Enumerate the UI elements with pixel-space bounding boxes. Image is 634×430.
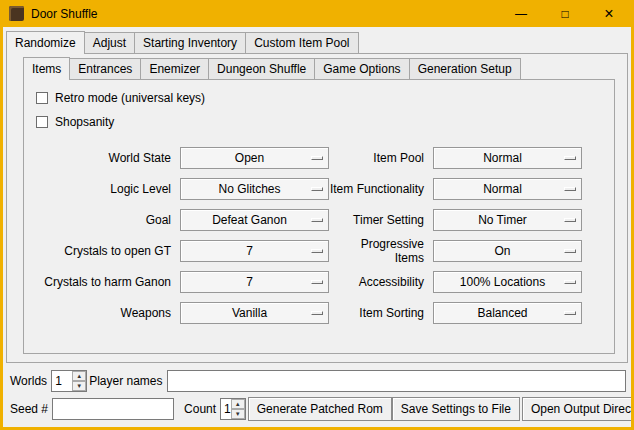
item-functionality-dropdown[interactable]: Normal bbox=[433, 178, 582, 200]
items-content: Retro mode (universal keys) Shopsanity W… bbox=[24, 80, 614, 328]
worlds-spin-down-icon[interactable]: ▼ bbox=[72, 381, 86, 391]
tab-generation-setup[interactable]: Generation Setup bbox=[409, 58, 521, 79]
window-controls: — □ × bbox=[499, 0, 631, 27]
window-title: Door Shuffle bbox=[31, 7, 98, 21]
inner-tab-bar: Items Entrances Enemizer Dungeon Shuffle… bbox=[23, 57, 615, 79]
progressive-items-label: Progressive Items bbox=[329, 237, 433, 265]
shopsanity-checkbox[interactable] bbox=[36, 116, 48, 128]
app-window: Door Shuffle — □ × Randomize Adjust Star… bbox=[0, 0, 634, 430]
dropdown-indicator-icon bbox=[564, 187, 576, 191]
item-pool-dropdown[interactable]: Normal bbox=[433, 147, 582, 169]
goal-label: Goal bbox=[30, 213, 180, 227]
retro-mode-checkbox[interactable] bbox=[36, 92, 48, 104]
seed-label: Seed # bbox=[8, 402, 52, 416]
worlds-label: Worlds bbox=[8, 374, 51, 388]
tab-adjust[interactable]: Adjust bbox=[84, 32, 135, 53]
maximize-button[interactable]: □ bbox=[543, 0, 587, 27]
logic-level-dropdown[interactable]: No Glitches bbox=[180, 178, 329, 200]
titlebar[interactable]: Door Shuffle — □ × bbox=[3, 0, 631, 27]
retro-mode-row: Retro mode (universal keys) bbox=[36, 86, 614, 110]
world-state-label: World State bbox=[30, 151, 180, 165]
generate-patched-rom-button[interactable]: Generate Patched Rom bbox=[248, 397, 392, 421]
left-column: World State Open Logic Level N bbox=[30, 142, 329, 328]
tab-enemizer[interactable]: Enemizer bbox=[140, 58, 209, 79]
dropdown-indicator-icon bbox=[311, 187, 323, 191]
save-settings-button[interactable]: Save Settings to File bbox=[392, 397, 520, 421]
goal-dropdown[interactable]: Defeat Ganon bbox=[180, 209, 329, 231]
dropdown-indicator-icon bbox=[564, 280, 576, 284]
worlds-spin-up-icon[interactable]: ▲ bbox=[72, 371, 86, 381]
app-icon bbox=[9, 6, 24, 21]
item-sorting-label: Item Sorting bbox=[329, 306, 433, 320]
tab-starting-inventory[interactable]: Starting Inventory bbox=[134, 32, 246, 53]
progressive-items-dropdown[interactable]: On bbox=[433, 240, 582, 262]
count-label: Count bbox=[182, 402, 220, 416]
dropdown-indicator-icon bbox=[564, 249, 576, 253]
tab-custom-item-pool[interactable]: Custom Item Pool bbox=[245, 32, 358, 53]
minimize-button[interactable]: — bbox=[499, 0, 543, 27]
tab-game-options[interactable]: Game Options bbox=[314, 58, 409, 79]
tab-entrances[interactable]: Entrances bbox=[69, 58, 141, 79]
inner-notebook: Items Entrances Enemizer Dungeon Shuffle… bbox=[23, 57, 615, 354]
right-column: Item Pool Normal Item Functionality bbox=[329, 142, 582, 328]
outer-notebook: Randomize Adjust Starting Inventory Cust… bbox=[3, 27, 631, 363]
timer-setting-dropdown[interactable]: No Timer bbox=[433, 209, 582, 231]
seed-row: Seed # Count 1 ▲ ▼ Generate Patched Rom … bbox=[8, 397, 627, 421]
open-output-directory-button[interactable]: Open Output Directory bbox=[522, 397, 634, 421]
item-sorting-dropdown[interactable]: Balanced bbox=[433, 302, 582, 324]
dropdown-indicator-icon bbox=[564, 156, 576, 160]
accessibility-dropdown[interactable]: 100% Locations bbox=[433, 271, 582, 293]
count-spinner[interactable]: 1 ▲ ▼ bbox=[220, 398, 246, 420]
dropdown-indicator-icon bbox=[311, 280, 323, 284]
count-spin-down-icon[interactable]: ▼ bbox=[231, 409, 245, 419]
crystals-gt-label: Crystals to open GT bbox=[30, 244, 180, 258]
item-pool-label: Item Pool bbox=[329, 151, 433, 165]
player-names-input[interactable] bbox=[167, 370, 627, 392]
dropdown-indicator-icon bbox=[564, 218, 576, 222]
crystals-ganon-label: Crystals to harm Ganon bbox=[30, 275, 180, 289]
item-functionality-label: Item Functionality bbox=[329, 182, 433, 196]
shopsanity-label: Shopsanity bbox=[55, 115, 114, 129]
player-names-label: Player names bbox=[87, 374, 166, 388]
dropdown-indicator-icon bbox=[311, 218, 323, 222]
dropdown-indicator-icon bbox=[564, 311, 576, 315]
tab-dungeon-shuffle[interactable]: Dungeon Shuffle bbox=[208, 58, 315, 79]
items-panel: Retro mode (universal keys) Shopsanity W… bbox=[23, 79, 615, 354]
bottom-bar: Worlds 1 ▲ ▼ Player names Seed # Count 1… bbox=[3, 363, 631, 427]
randomize-panel: Items Entrances Enemizer Dungeon Shuffle… bbox=[6, 53, 628, 363]
retro-mode-label: Retro mode (universal keys) bbox=[55, 91, 205, 105]
outer-tab-bar: Randomize Adjust Starting Inventory Cust… bbox=[6, 31, 628, 53]
worlds-spinner[interactable]: 1 ▲ ▼ bbox=[51, 370, 87, 392]
dropdown-indicator-icon bbox=[311, 156, 323, 160]
logic-level-label: Logic Level bbox=[30, 182, 180, 196]
crystals-gt-dropdown[interactable]: 7 bbox=[180, 240, 329, 262]
timer-setting-label: Timer Setting bbox=[329, 213, 433, 227]
count-spin-up-icon[interactable]: ▲ bbox=[231, 399, 245, 409]
tab-items[interactable]: Items bbox=[23, 57, 70, 80]
tab-randomize[interactable]: Randomize bbox=[6, 31, 85, 54]
worlds-row: Worlds 1 ▲ ▼ Player names bbox=[8, 370, 627, 392]
world-state-dropdown[interactable]: Open bbox=[180, 147, 329, 169]
weapons-dropdown[interactable]: Vanilla bbox=[180, 302, 329, 324]
seed-input[interactable] bbox=[52, 398, 174, 420]
accessibility-label: Accessibility bbox=[329, 275, 433, 289]
shopsanity-row: Shopsanity bbox=[36, 110, 614, 134]
close-button[interactable]: × bbox=[587, 0, 631, 27]
dropdown-indicator-icon bbox=[311, 249, 323, 253]
weapons-label: Weapons bbox=[30, 306, 180, 320]
crystals-ganon-dropdown[interactable]: 7 bbox=[180, 271, 329, 293]
dropdown-indicator-icon bbox=[311, 311, 323, 315]
option-fields: World State Open Logic Level N bbox=[30, 142, 614, 328]
